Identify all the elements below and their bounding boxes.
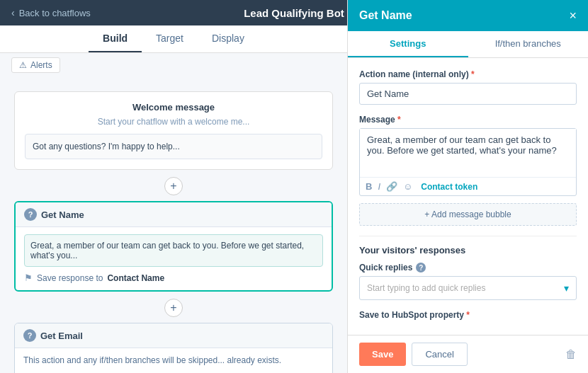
bold-icon[interactable]: B	[366, 181, 372, 192]
quick-replies-dropdown[interactable]: Start typing to add quick replies ▾	[359, 276, 577, 300]
left-panel: Build Target Display ⚠ Alerts Welcome me…	[0, 25, 347, 373]
right-panel: Get Name × Settings If/then branches Act…	[347, 0, 588, 373]
message-textarea[interactable]: Great, a member of our team can get back…	[360, 129, 576, 175]
add-bubble-button[interactable]: + Add message bubble	[359, 203, 577, 226]
alert-icon: ⚠	[19, 60, 27, 70]
divider	[359, 236, 577, 236]
panel-footer: Save Cancel 🗑	[348, 335, 588, 373]
get-email-body: This action and any if/then branches wil…	[15, 348, 332, 373]
get-name-message: Great, a member of our team can get back…	[24, 234, 323, 267]
visitors-responses-title: Your visitors' responses	[359, 245, 577, 256]
get-name-body: Great, a member of our team can get back…	[16, 227, 332, 290]
required-star-1: *	[471, 69, 475, 79]
alerts-button[interactable]: ⚠ Alerts	[11, 57, 60, 73]
tab-build[interactable]: Build	[89, 25, 142, 52]
tab-ifthen[interactable]: If/then branches	[468, 31, 589, 57]
get-email-card[interactable]: ? Get Email This action and any if/then …	[14, 323, 333, 373]
quick-replies-placeholder: Start typing to add quick replies	[367, 283, 485, 293]
contact-token-button[interactable]: Contact token	[421, 182, 477, 192]
panel-header: Get Name ×	[348, 0, 588, 31]
flag-icon: ⚑	[24, 272, 33, 283]
tab-settings[interactable]: Settings	[348, 31, 468, 57]
message-label: Message *	[359, 115, 577, 125]
help-icon[interactable]: ?	[416, 263, 426, 272]
delete-icon[interactable]: 🗑	[565, 348, 577, 361]
tab-target[interactable]: Target	[142, 25, 198, 52]
add-circle-icon-2: +	[164, 299, 183, 317]
quick-replies-label: Quick replies ?	[359, 263, 577, 272]
welcome-card-body: Got any questions? I'm happy to help...	[25, 134, 322, 159]
page-title: Lead Qualifying Bot	[244, 7, 344, 19]
emoji-icon[interactable]: ☺	[403, 181, 412, 192]
get-email-description: This action and any if/then branches wil…	[23, 355, 324, 365]
add-step-button-1[interactable]: +	[14, 177, 333, 195]
contact-name-badge: Contact Name	[107, 273, 164, 283]
get-name-header: ? Get Name	[16, 202, 332, 227]
get-email-title: Get Email	[40, 331, 83, 341]
alerts-bar: ⚠ Alerts	[0, 53, 347, 77]
get-name-title: Get Name	[41, 210, 84, 220]
save-response-label: Save response to	[37, 273, 103, 283]
add-circle-icon: +	[164, 177, 183, 195]
tab-display[interactable]: Display	[198, 25, 259, 52]
required-star-2: *	[397, 115, 401, 125]
welcome-card-subtitle: Start your chatflow with a welcome me...	[25, 117, 322, 127]
back-arrow-icon: ‹	[11, 7, 15, 18]
save-response-row: ⚑ Save response to Contact Name	[24, 272, 323, 283]
back-label: Back to chatflows	[19, 8, 91, 18]
cancel-button[interactable]: Cancel	[412, 343, 467, 366]
link-icon[interactable]: 🔗	[386, 181, 397, 192]
flow-content: Welcome message Start your chatflow with…	[0, 77, 347, 373]
get-name-card[interactable]: ? Get Name Great, a member of our team c…	[14, 201, 333, 292]
italic-icon[interactable]: I	[378, 181, 380, 192]
panel-title: Get Name	[359, 9, 412, 22]
main-tabs: Build Target Display	[0, 25, 347, 53]
question-icon: ?	[24, 208, 37, 221]
panel-body: Action name (internal only) * Message * …	[348, 58, 588, 335]
save-to-hubspot-label: Save to HubSpot property *	[359, 310, 577, 320]
message-textarea-wrapper: Great, a member of our team can get back…	[359, 128, 577, 196]
action-name-label: Action name (internal only) *	[359, 69, 577, 79]
panel-tabs: Settings If/then branches	[348, 31, 588, 58]
dropdown-arrow-icon: ▾	[564, 282, 569, 294]
add-step-button-2[interactable]: +	[14, 299, 333, 317]
back-to-chatflows-button[interactable]: ‹ Back to chatflows	[11, 7, 91, 18]
footer-actions: Save Cancel	[359, 343, 468, 366]
action-name-input[interactable]	[359, 83, 577, 105]
message-toolbar: B I 🔗 ☺ Contact token	[360, 177, 576, 195]
welcome-card-title: Welcome message	[25, 102, 322, 113]
get-email-header: ? Get Email	[15, 323, 332, 348]
save-button[interactable]: Save	[359, 343, 406, 366]
welcome-card[interactable]: Welcome message Start your chatflow with…	[14, 91, 333, 170]
required-star-3: *	[466, 310, 470, 320]
alerts-label: Alerts	[30, 60, 52, 70]
question-icon-2: ?	[23, 329, 36, 342]
close-button[interactable]: ×	[569, 9, 577, 22]
